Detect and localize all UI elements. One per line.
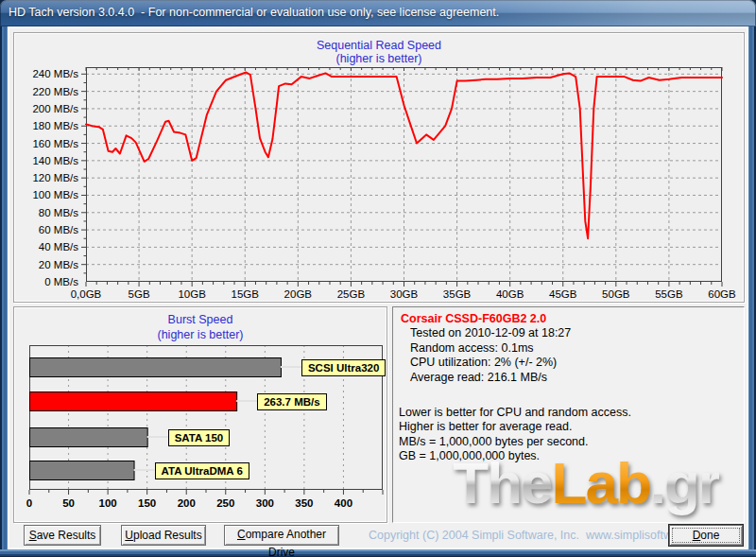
sequential-read-chart-svg: 240 MB/s220 MB/s200 MB/s180 MB/s160 MB/s… (14, 65, 732, 302)
window-border-right (748, 26, 756, 549)
note-higher-better: Higher is better for average read. (399, 420, 738, 434)
svg-text:100 MB/s: 100 MB/s (32, 189, 78, 200)
svg-text:25GB: 25GB (337, 288, 366, 300)
window-title: HD Tach version 3.0.4.0 - For non-commer… (9, 6, 499, 19)
svg-text:15GB: 15GB (232, 288, 260, 300)
svg-text:350: 350 (295, 497, 313, 509)
svg-text:50GB: 50GB (602, 288, 630, 300)
logo-the: The (453, 450, 551, 515)
svg-text:20GB: 20GB (284, 288, 313, 300)
svg-text:35GB: 35GB (443, 288, 472, 300)
window-border-bottom (0, 549, 756, 557)
svg-text:200 MB/s: 200 MB/s (32, 103, 78, 114)
compare-another-drive-button[interactable]: Compare Another Drive (224, 525, 339, 546)
average-read-line: Average read: 216.1 MB/s (399, 371, 738, 385)
svg-text:30GB: 30GB (390, 288, 419, 300)
svg-text:200: 200 (178, 497, 196, 509)
burst-chart-subtitle: (higher is better) (14, 328, 387, 341)
svg-text:0,0GB: 0,0GB (71, 288, 102, 300)
svg-text:220 MB/s: 220 MB/s (32, 86, 78, 97)
burst-chart-title: Burst Speed (14, 313, 387, 326)
logo-gr: .gr (650, 450, 719, 515)
svg-text:0 MB/s: 0 MB/s (44, 276, 78, 287)
tested-on-line: Tested on 2010-12-09 at 18:27 (399, 326, 738, 340)
done-label: Done (670, 527, 742, 545)
svg-text:400: 400 (335, 497, 352, 509)
bar-label: SATA 150 (168, 429, 231, 446)
burst-bar (30, 358, 282, 377)
svg-text:40GB: 40GB (496, 288, 524, 300)
sequential-chart-subtitle: (higher is better) (14, 52, 744, 65)
burst-bar (30, 428, 148, 447)
svg-text:60 MB/s: 60 MB/s (39, 224, 78, 235)
burst-bar (30, 392, 237, 411)
bar-label: ATA UltraDMA 6 (155, 462, 249, 479)
save-results-button[interactable]: Save Results (24, 525, 101, 546)
done-button[interactable]: Done (669, 525, 743, 546)
svg-text:10GB: 10GB (178, 288, 206, 300)
upload-results-button[interactable]: Upload Results (121, 525, 206, 546)
svg-text:50: 50 (62, 497, 75, 509)
title-bar[interactable]: HD Tach version 3.0.4.0 - For non-commer… (0, 0, 756, 26)
svg-text:120 MB/s: 120 MB/s (32, 172, 78, 183)
svg-text:60GB: 60GB (708, 288, 736, 300)
svg-text:55GB: 55GB (655, 288, 683, 300)
svg-text:100: 100 (99, 497, 117, 509)
thelab-gr-logo: TheLab.gr (453, 449, 719, 516)
drive-info-text: Corsair CSSD-F60GB2 2.0 Tested on 2010-1… (399, 312, 738, 464)
bar-label: 263.7 MB/s (257, 393, 326, 410)
note-mbs: MB/s = 1,000,000 bytes per second. (399, 435, 738, 449)
sequential-chart-title: Sequential Read Speed (14, 39, 744, 52)
upload-results-label: Upload Results (122, 527, 205, 545)
window-content: Sequential Read Speed (higher is better)… (8, 26, 748, 549)
bar-label: SCSI Ultra320 (301, 359, 386, 376)
drive-name: Corsair CSSD-F60GB2 2.0 (399, 312, 738, 326)
window-border-left (0, 26, 8, 549)
svg-text:160 MB/s: 160 MB/s (32, 138, 78, 149)
drive-info-panel: Corsair CSSD-F60GB2 2.0 Tested on 2010-1… (392, 306, 745, 523)
cpu-utilization-line: CPU utilization: 2% (+/- 2%) (399, 356, 738, 370)
note-lower-better: Lower is better for CPU and random acces… (399, 406, 738, 420)
svg-text:40 MB/s: 40 MB/s (39, 241, 78, 252)
sequential-read-panel: Sequential Read Speed (higher is better)… (13, 32, 745, 303)
random-access-line: Random access: 0.1ms (399, 341, 738, 356)
svg-text:180 MB/s: 180 MB/s (32, 120, 78, 131)
svg-text:45GB: 45GB (549, 288, 577, 300)
svg-text:240 MB/s: 240 MB/s (32, 68, 78, 79)
logo-lab: Lab (552, 450, 650, 515)
svg-text:5GB: 5GB (129, 288, 150, 300)
svg-text:0: 0 (26, 497, 32, 509)
compare-another-drive-label: Compare Another Drive (225, 526, 338, 557)
burst-bar (30, 461, 135, 480)
svg-text:140 MB/s: 140 MB/s (32, 155, 78, 166)
svg-text:80 MB/s: 80 MB/s (39, 207, 78, 218)
svg-text:20 MB/s: 20 MB/s (39, 259, 78, 270)
hdtach-window: HD Tach version 3.0.4.0 - For non-commer… (0, 0, 756, 557)
copyright-text: Copyright (C) 2004 Simpli Software, Inc.… (369, 529, 714, 542)
save-results-label: Save Results (25, 527, 100, 545)
svg-text:150: 150 (138, 497, 156, 509)
svg-text:300: 300 (256, 497, 274, 509)
svg-text:250: 250 (216, 497, 234, 509)
burst-speed-panel: Burst Speed (higher is better) 050100150… (13, 306, 387, 523)
